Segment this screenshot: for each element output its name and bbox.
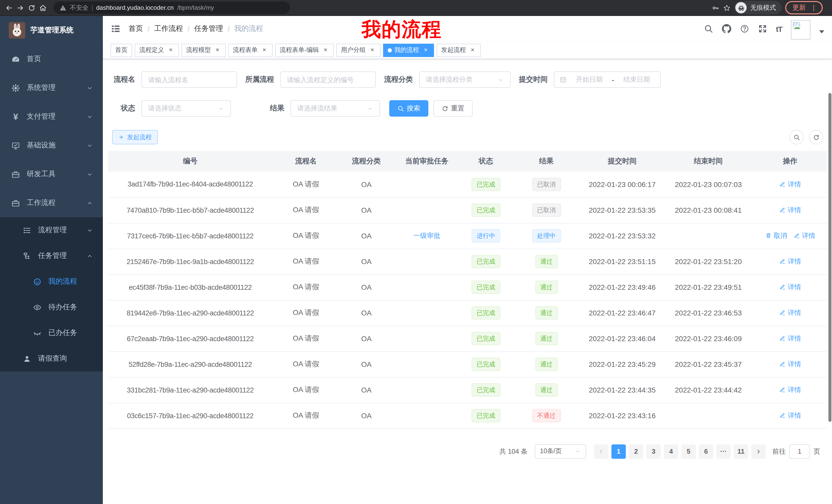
cell-current-task xyxy=(393,249,460,274)
password-manager-icon[interactable] xyxy=(712,4,719,11)
close-icon[interactable]: × xyxy=(261,47,268,54)
address-bar[interactable]: 不安全 dashboard.yudao.iocoder.cn/bpm/task/… xyxy=(53,2,290,14)
close-icon[interactable]: × xyxy=(214,47,221,54)
sidebar-item-system-mgmt[interactable]: 系统管理 xyxy=(0,74,103,102)
browser-back-icon[interactable] xyxy=(5,4,13,11)
next-page-button[interactable] xyxy=(751,444,766,458)
page-button-11[interactable]: 11 xyxy=(734,444,748,458)
browser-reload-icon[interactable] xyxy=(28,4,35,11)
cell-actions: 详情 xyxy=(753,377,827,403)
detail-link[interactable]: 详情 xyxy=(793,231,815,241)
github-icon[interactable] xyxy=(722,24,731,33)
close-icon[interactable]: × xyxy=(369,47,376,54)
avatar[interactable] xyxy=(791,20,810,39)
help-icon[interactable] xyxy=(740,24,749,33)
sidebar-item-workflow[interactable]: 工作流程 xyxy=(0,189,103,217)
close-icon[interactable]: × xyxy=(322,47,329,54)
filter-category-select[interactable]: 请选择流程分类 xyxy=(419,72,511,88)
browser-menu-icon[interactable] xyxy=(810,4,817,11)
tab-process-form-edit[interactable]: 流程表单-编辑× xyxy=(275,44,334,57)
security-label[interactable]: 不安全 xyxy=(70,3,88,12)
tab-my-process[interactable]: 我的流程× xyxy=(383,44,434,57)
detail-link[interactable]: 详情 xyxy=(779,308,801,317)
detail-link[interactable]: 详情 xyxy=(779,205,801,215)
detail-link[interactable]: 详情 xyxy=(779,360,801,369)
filter-name-input[interactable] xyxy=(141,72,237,88)
browser-home-icon[interactable] xyxy=(39,4,47,11)
update-label: 更新 xyxy=(792,3,806,12)
sidebar-item-task-mgmt[interactable]: 任务管理 xyxy=(0,243,103,269)
filter-definition-input[interactable] xyxy=(280,72,376,88)
cell-process-id: 67c2eaab-7b9a-11ec-a290-acde48001122 xyxy=(108,326,272,352)
tab-user-group[interactable]: 用户分组× xyxy=(336,44,381,57)
sidebar-item-my-process[interactable]: 我的流程 xyxy=(0,269,103,295)
sidebar-item-leave-query[interactable]: 请假查询 xyxy=(0,346,103,371)
tab-start-process[interactable]: 发起流程× xyxy=(437,44,481,57)
sidebar-item-todo-tasks[interactable]: 待办任务 xyxy=(0,295,103,320)
breadcrumb-item[interactable]: 任务管理 xyxy=(194,24,223,33)
detail-link[interactable]: 详情 xyxy=(779,257,801,266)
status-badge: 已完成 xyxy=(471,383,500,397)
font-size-icon[interactable]: tT xyxy=(776,24,782,33)
filter-status-select[interactable]: 请选择状态 xyxy=(141,100,231,117)
table-tools xyxy=(789,130,823,144)
current-task-link[interactable]: 一级审批 xyxy=(413,231,440,241)
search-button[interactable]: 搜索 xyxy=(389,100,428,117)
hide-search-button[interactable] xyxy=(789,130,804,144)
sidebar-item-infrastructure[interactable]: 基础设施 xyxy=(0,131,103,160)
page-button-6[interactable]: 6 xyxy=(699,444,713,458)
sidebar-item-dev-tools[interactable]: 研发工具 xyxy=(0,160,103,189)
fullscreen-icon[interactable] xyxy=(758,24,767,33)
browser-update-button[interactable]: 更新 xyxy=(785,1,823,15)
cell-end-time: 2022-01-22 23:44:42 xyxy=(663,377,753,403)
breadcrumb-item[interactable]: 工作流程 xyxy=(154,24,183,33)
column-header: 结果 xyxy=(512,151,581,172)
header-search-icon[interactable] xyxy=(704,24,713,33)
app-logo-row[interactable]: 芋道管理系统 xyxy=(0,16,103,45)
detail-link[interactable]: 详情 xyxy=(779,283,801,292)
result-badge: 处理中 xyxy=(532,229,561,243)
prev-page-button[interactable] xyxy=(594,444,608,458)
detail-link[interactable]: 详情 xyxy=(779,385,801,395)
goto-page-input[interactable] xyxy=(789,444,810,458)
close-icon[interactable]: × xyxy=(167,47,174,54)
scrollbar-thumb[interactable] xyxy=(828,93,831,422)
tab-home[interactable]: 首页 xyxy=(110,44,132,57)
bookmark-star-icon[interactable] xyxy=(723,4,731,11)
cancel-link[interactable]: 取消 xyxy=(765,231,787,241)
sidebar-item-process-mgmt[interactable]: 流程管理 xyxy=(0,217,103,243)
refresh-table-button[interactable] xyxy=(809,130,823,144)
page-button-4[interactable]: 4 xyxy=(664,444,678,458)
detail-link[interactable]: 详情 xyxy=(779,179,801,189)
breadcrumb-item[interactable]: 首页 xyxy=(129,24,143,33)
sidebar-item-home[interactable]: 首页 xyxy=(0,45,103,74)
filter-result-select[interactable]: 请选择流结果 xyxy=(290,100,380,117)
user-menu-caret-icon[interactable] xyxy=(819,30,824,33)
detail-link[interactable]: 详情 xyxy=(779,411,801,420)
start-process-button[interactable]: 发起流程 xyxy=(112,130,158,144)
tab-process-model[interactable]: 流程模型× xyxy=(182,44,226,57)
detail-link[interactable]: 详情 xyxy=(779,334,801,343)
sidebar-item-done-tasks[interactable]: 已办任务 xyxy=(0,320,103,346)
chevron-down-icon xyxy=(497,76,504,83)
table-row: 3ad174fb-7b9d-11ec-8404-acde48001122OA 请… xyxy=(108,172,827,197)
cell-status: 已完成 xyxy=(460,197,512,223)
page-button-5[interactable]: 5 xyxy=(681,444,696,458)
tab-process-form[interactable]: 流程表单× xyxy=(228,44,272,57)
page-ellipsis[interactable]: ··· xyxy=(716,444,731,458)
cell-process-name: OA 请假 xyxy=(272,274,339,300)
page-button-3[interactable]: 3 xyxy=(646,444,661,458)
page-size-select[interactable]: 10条/页 xyxy=(535,444,586,458)
page-button-2[interactable]: 2 xyxy=(629,444,643,458)
filter-submit-time-range[interactable]: 开始日期 - 结束日期 xyxy=(554,72,661,88)
reset-button[interactable]: 重置 xyxy=(434,100,473,117)
tab-process-definition[interactable]: 流程定义× xyxy=(135,44,179,57)
page-button-1[interactable]: 1 xyxy=(612,444,626,458)
sidebar-item-payment-mgmt[interactable]: ¥支付管理 xyxy=(0,102,103,131)
start-date-placeholder: 开始日期 xyxy=(571,75,608,84)
sidebar-toggle-icon[interactable] xyxy=(110,24,121,34)
browser-forward-icon[interactable] xyxy=(17,4,24,11)
close-icon[interactable]: × xyxy=(469,47,476,54)
trash-icon xyxy=(765,232,772,239)
close-icon[interactable]: × xyxy=(422,47,430,54)
